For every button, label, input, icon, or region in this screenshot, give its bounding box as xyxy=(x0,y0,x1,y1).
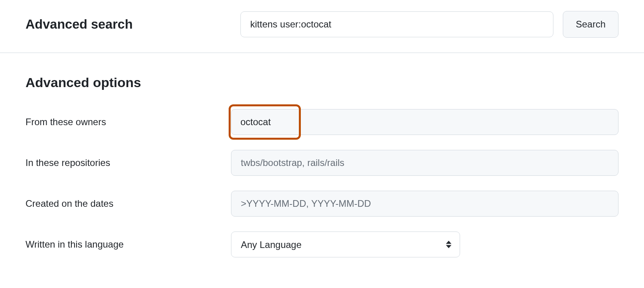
repositories-label: In these repositories xyxy=(25,157,231,168)
dates-row: Created on the dates xyxy=(25,191,619,217)
language-select[interactable]: Any Language xyxy=(231,231,460,257)
language-label: Written in this language xyxy=(25,239,231,250)
search-query-input[interactable] xyxy=(240,11,553,37)
owners-row: From these owners octocat xyxy=(25,109,619,135)
owners-label: From these owners xyxy=(25,117,231,128)
language-row: Written in this language Any Language xyxy=(25,231,619,257)
page-title: Advanced search xyxy=(25,17,231,32)
dates-input[interactable] xyxy=(231,191,619,217)
dates-label: Created on the dates xyxy=(25,198,231,209)
section-title: Advanced options xyxy=(25,75,619,90)
repositories-input[interactable] xyxy=(231,150,619,176)
advanced-options-section: Advanced options From these owners octoc… xyxy=(0,53,644,288)
language-select-wrap: Any Language xyxy=(231,231,460,257)
search-button[interactable]: Search xyxy=(563,11,619,38)
owners-input[interactable] xyxy=(231,109,619,135)
owners-field-wrap: octocat xyxy=(231,109,619,135)
advanced-search-header: Advanced search Search xyxy=(0,0,644,53)
repositories-row: In these repositories xyxy=(25,150,619,176)
